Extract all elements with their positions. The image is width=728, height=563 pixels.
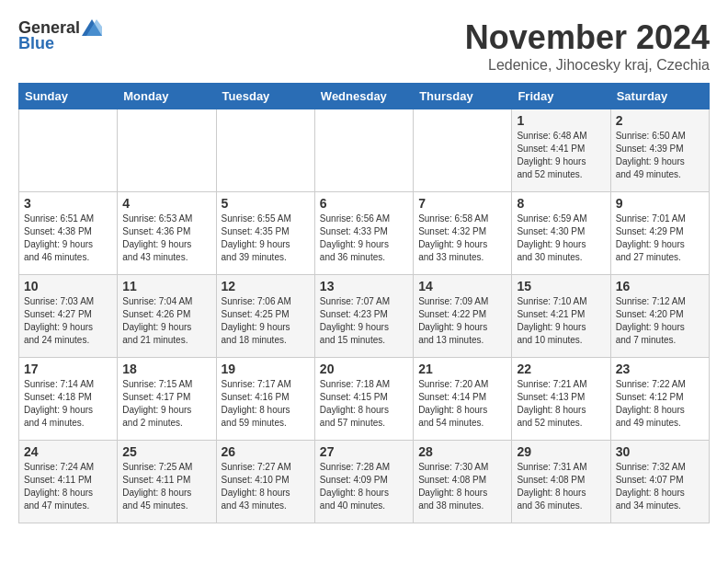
day-number: 23 <box>616 362 704 376</box>
day-info: Sunrise: 7:09 AM Sunset: 4:22 PM Dayligh… <box>418 295 506 347</box>
calendar-cell: 29Sunrise: 7:31 AM Sunset: 4:08 PM Dayli… <box>512 441 610 523</box>
day-number: 10 <box>24 279 112 293</box>
day-info: Sunrise: 7:25 AM Sunset: 4:11 PM Dayligh… <box>122 461 210 512</box>
day-number: 28 <box>418 444 506 459</box>
day-info: Sunrise: 7:24 AM Sunset: 4:11 PM Dayligh… <box>24 461 112 512</box>
calendar-cell: 1Sunrise: 6:48 AM Sunset: 4:41 PM Daylig… <box>512 109 610 192</box>
day-info: Sunrise: 7:03 AM Sunset: 4:27 PM Dayligh… <box>24 295 112 347</box>
day-number: 29 <box>517 444 605 459</box>
day-number: 27 <box>320 444 408 459</box>
calendar-week-row-1: 1Sunrise: 6:48 AM Sunset: 4:41 PM Daylig… <box>19 109 710 192</box>
header-saturday: Saturday <box>610 84 709 109</box>
header-monday: Monday <box>118 84 216 109</box>
calendar-week-row-5: 24Sunrise: 7:24 AM Sunset: 4:11 PM Dayli… <box>19 441 710 523</box>
day-info: Sunrise: 7:27 AM Sunset: 4:10 PM Dayligh… <box>222 461 310 512</box>
calendar-cell: 28Sunrise: 7:30 AM Sunset: 4:08 PM Dayli… <box>414 441 512 523</box>
day-info: Sunrise: 7:31 AM Sunset: 4:08 PM Dayligh… <box>517 461 605 512</box>
day-number: 6 <box>320 196 408 211</box>
day-info: Sunrise: 6:59 AM Sunset: 4:30 PM Dayligh… <box>517 213 605 264</box>
calendar-cell: 20Sunrise: 7:18 AM Sunset: 4:15 PM Dayli… <box>314 358 413 441</box>
day-number: 24 <box>24 444 112 459</box>
calendar-cell <box>19 109 118 192</box>
calendar-cell <box>314 109 413 192</box>
calendar-cell: 8Sunrise: 6:59 AM Sunset: 4:30 PM Daylig… <box>512 192 610 275</box>
calendar-title: November 2024 <box>465 18 710 57</box>
day-info: Sunrise: 6:48 AM Sunset: 4:41 PM Dayligh… <box>517 130 605 181</box>
day-number: 20 <box>320 362 408 376</box>
day-info: Sunrise: 6:55 AM Sunset: 4:35 PM Dayligh… <box>222 213 310 264</box>
day-number: 1 <box>517 113 605 128</box>
calendar-cell: 18Sunrise: 7:15 AM Sunset: 4:17 PM Dayli… <box>118 358 216 441</box>
day-info: Sunrise: 7:01 AM Sunset: 4:29 PM Dayligh… <box>616 213 704 264</box>
day-info: Sunrise: 7:06 AM Sunset: 4:25 PM Dayligh… <box>222 295 310 347</box>
day-info: Sunrise: 7:10 AM Sunset: 4:21 PM Dayligh… <box>517 295 605 347</box>
day-info: Sunrise: 7:14 AM Sunset: 4:18 PM Dayligh… <box>24 378 112 430</box>
title-section: November 2024 Ledenice, Jihocesky kraj, … <box>465 18 710 74</box>
day-info: Sunrise: 7:04 AM Sunset: 4:26 PM Dayligh… <box>122 295 210 347</box>
day-info: Sunrise: 7:28 AM Sunset: 4:09 PM Dayligh… <box>320 461 408 512</box>
day-info: Sunrise: 7:12 AM Sunset: 4:20 PM Dayligh… <box>616 295 704 347</box>
day-number: 21 <box>418 362 506 376</box>
day-number: 11 <box>122 279 210 293</box>
day-number: 25 <box>122 444 210 459</box>
calendar-cell: 21Sunrise: 7:20 AM Sunset: 4:14 PM Dayli… <box>414 358 512 441</box>
day-info: Sunrise: 7:22 AM Sunset: 4:12 PM Dayligh… <box>616 378 704 430</box>
day-info: Sunrise: 7:20 AM Sunset: 4:14 PM Dayligh… <box>418 378 506 430</box>
calendar-cell: 4Sunrise: 6:53 AM Sunset: 4:36 PM Daylig… <box>118 192 216 275</box>
calendar-cell: 3Sunrise: 6:51 AM Sunset: 4:38 PM Daylig… <box>19 192 118 275</box>
calendar-header-row: Sunday Monday Tuesday Wednesday Thursday… <box>19 84 710 109</box>
page-header: General Blue November 2024 Ledenice, Jih… <box>18 18 710 74</box>
calendar-cell: 10Sunrise: 7:03 AM Sunset: 4:27 PM Dayli… <box>19 275 118 358</box>
day-number: 13 <box>320 279 408 293</box>
day-info: Sunrise: 6:51 AM Sunset: 4:38 PM Dayligh… <box>24 213 112 264</box>
header-thursday: Thursday <box>414 84 512 109</box>
calendar-cell: 11Sunrise: 7:04 AM Sunset: 4:26 PM Dayli… <box>118 275 216 358</box>
day-number: 18 <box>122 362 210 376</box>
day-info: Sunrise: 7:18 AM Sunset: 4:15 PM Dayligh… <box>320 378 408 430</box>
day-number: 9 <box>616 196 704 211</box>
day-number: 26 <box>222 444 310 459</box>
calendar-cell: 12Sunrise: 7:06 AM Sunset: 4:25 PM Dayli… <box>216 275 314 358</box>
calendar-subtitle: Ledenice, Jihocesky kraj, Czechia <box>465 57 710 74</box>
calendar-cell: 13Sunrise: 7:07 AM Sunset: 4:23 PM Dayli… <box>314 275 413 358</box>
day-number: 3 <box>24 196 112 211</box>
header-sunday: Sunday <box>19 84 118 109</box>
calendar-cell <box>118 109 216 192</box>
day-number: 19 <box>222 362 310 376</box>
day-number: 2 <box>616 113 704 128</box>
calendar-cell: 6Sunrise: 6:56 AM Sunset: 4:33 PM Daylig… <box>314 192 413 275</box>
calendar-cell: 22Sunrise: 7:21 AM Sunset: 4:13 PM Dayli… <box>512 358 610 441</box>
calendar-table: Sunday Monday Tuesday Wednesday Thursday… <box>18 83 710 523</box>
calendar-cell: 16Sunrise: 7:12 AM Sunset: 4:20 PM Dayli… <box>610 275 709 358</box>
calendar-cell: 7Sunrise: 6:58 AM Sunset: 4:32 PM Daylig… <box>414 192 512 275</box>
logo-blue-text: Blue <box>18 34 54 53</box>
day-number: 15 <box>517 279 605 293</box>
day-number: 22 <box>517 362 605 376</box>
day-info: Sunrise: 7:07 AM Sunset: 4:23 PM Dayligh… <box>320 295 408 347</box>
day-info: Sunrise: 6:58 AM Sunset: 4:32 PM Dayligh… <box>418 213 506 264</box>
calendar-cell: 17Sunrise: 7:14 AM Sunset: 4:18 PM Dayli… <box>19 358 118 441</box>
calendar-cell: 2Sunrise: 6:50 AM Sunset: 4:39 PM Daylig… <box>610 109 709 192</box>
day-info: Sunrise: 7:32 AM Sunset: 4:07 PM Dayligh… <box>616 461 704 512</box>
calendar-cell: 27Sunrise: 7:28 AM Sunset: 4:09 PM Dayli… <box>314 441 413 523</box>
day-info: Sunrise: 6:53 AM Sunset: 4:36 PM Dayligh… <box>122 213 210 264</box>
day-info: Sunrise: 7:21 AM Sunset: 4:13 PM Dayligh… <box>517 378 605 430</box>
header-tuesday: Tuesday <box>216 84 314 109</box>
day-number: 4 <box>122 196 210 211</box>
day-info: Sunrise: 7:17 AM Sunset: 4:16 PM Dayligh… <box>222 378 310 430</box>
day-number: 5 <box>222 196 310 211</box>
calendar-cell: 9Sunrise: 7:01 AM Sunset: 4:29 PM Daylig… <box>610 192 709 275</box>
calendar-cell <box>414 109 512 192</box>
calendar-cell <box>216 109 314 192</box>
calendar-week-row-4: 17Sunrise: 7:14 AM Sunset: 4:18 PM Dayli… <box>19 358 710 441</box>
calendar-cell: 26Sunrise: 7:27 AM Sunset: 4:10 PM Dayli… <box>216 441 314 523</box>
day-number: 8 <box>517 196 605 211</box>
logo: General Blue <box>18 18 102 53</box>
day-info: Sunrise: 6:50 AM Sunset: 4:39 PM Dayligh… <box>616 130 704 181</box>
day-number: 7 <box>418 196 506 211</box>
day-number: 12 <box>222 279 310 293</box>
logo-icon <box>82 19 102 36</box>
calendar-cell: 30Sunrise: 7:32 AM Sunset: 4:07 PM Dayli… <box>610 441 709 523</box>
day-info: Sunrise: 6:56 AM Sunset: 4:33 PM Dayligh… <box>320 213 408 264</box>
day-info: Sunrise: 7:30 AM Sunset: 4:08 PM Dayligh… <box>418 461 506 512</box>
